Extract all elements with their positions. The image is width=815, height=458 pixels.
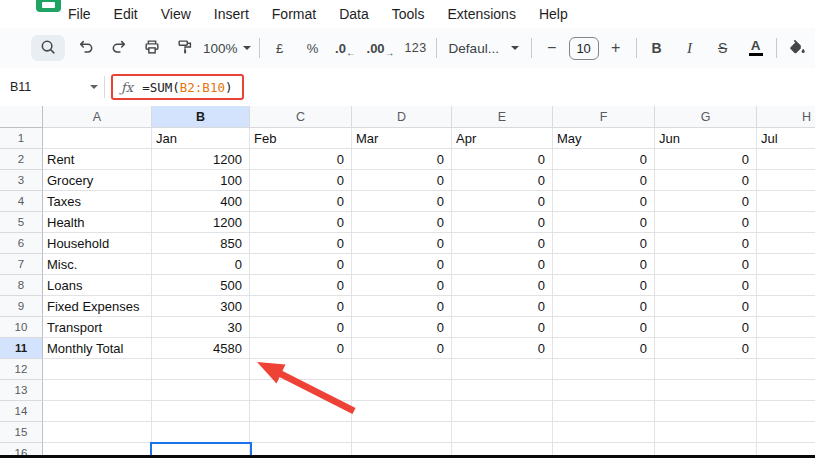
cell-C14[interactable] xyxy=(250,401,352,422)
menu-extensions[interactable]: Extensions xyxy=(443,4,519,24)
cell-F9[interactable]: 0 xyxy=(553,296,655,317)
cell-E4[interactable]: 0 xyxy=(452,191,553,212)
cell-B10[interactable]: 30 xyxy=(152,317,250,338)
cell-D8[interactable]: 0 xyxy=(352,275,452,296)
cell-G14[interactable] xyxy=(655,401,757,422)
cell-B12[interactable] xyxy=(152,359,250,380)
select-all-corner[interactable] xyxy=(0,106,43,128)
cell-D7[interactable]: 0 xyxy=(352,254,452,275)
fill-color-button[interactable] xyxy=(785,35,809,61)
col-header-D[interactable]: D xyxy=(352,106,452,128)
cell-D6[interactable]: 0 xyxy=(352,233,452,254)
strikethrough-button[interactable]: S xyxy=(711,35,735,61)
row-header-10[interactable]: 10 xyxy=(0,317,43,338)
cell-G3[interactable]: 0 xyxy=(655,170,757,191)
cell-G7[interactable]: 0 xyxy=(655,254,757,275)
cell-C12[interactable] xyxy=(250,359,352,380)
cell-B11[interactable]: 4580 xyxy=(152,338,250,359)
cell-E12[interactable] xyxy=(452,359,553,380)
currency-format-button[interactable]: £ xyxy=(268,35,292,61)
col-header-A[interactable]: A xyxy=(43,106,152,128)
row-header-13[interactable]: 13 xyxy=(0,380,43,401)
cell-C6[interactable]: 0 xyxy=(250,233,352,254)
cell-B13[interactable] xyxy=(152,380,250,401)
cell-B4[interactable]: 400 xyxy=(152,191,250,212)
menu-file[interactable]: File xyxy=(64,4,95,24)
menu-tools[interactable]: Tools xyxy=(388,4,429,24)
cell-H14[interactable] xyxy=(757,401,815,422)
cell-H3[interactable] xyxy=(757,170,815,191)
cell-A8[interactable]: Loans xyxy=(43,275,152,296)
cell-G12[interactable] xyxy=(655,359,757,380)
cell-H12[interactable] xyxy=(757,359,815,380)
zoom-select[interactable]: 100% xyxy=(203,35,251,61)
search-button[interactable] xyxy=(31,35,65,61)
cell-F14[interactable] xyxy=(553,401,655,422)
row-header-1[interactable]: 1 xyxy=(0,128,43,149)
cell-A4[interactable]: Taxes xyxy=(43,191,152,212)
cell-G9[interactable]: 0 xyxy=(655,296,757,317)
row-header-9[interactable]: 9 xyxy=(0,296,43,317)
increase-decimal-button[interactable]: .00→ xyxy=(367,35,395,61)
decrease-font-size-button[interactable]: − xyxy=(540,35,564,61)
cell-H7[interactable] xyxy=(757,254,815,275)
cell-E2[interactable]: 0 xyxy=(452,149,553,170)
cell-H9[interactable] xyxy=(757,296,815,317)
cell-F7[interactable]: 0 xyxy=(553,254,655,275)
cell-F6[interactable]: 0 xyxy=(553,233,655,254)
cell-A9[interactable]: Fixed Expenses xyxy=(43,296,152,317)
col-header-G[interactable]: G xyxy=(655,106,757,128)
cell-C5[interactable]: 0 xyxy=(250,212,352,233)
cell-E5[interactable]: 0 xyxy=(452,212,553,233)
cell-B6[interactable]: 850 xyxy=(152,233,250,254)
cell-F8[interactable]: 0 xyxy=(553,275,655,296)
cell-E9[interactable]: 0 xyxy=(452,296,553,317)
cell-G15[interactable] xyxy=(655,422,757,443)
font-size-field[interactable]: 10 xyxy=(569,37,599,60)
cell-B5[interactable]: 1200 xyxy=(152,212,250,233)
bold-button[interactable]: B xyxy=(645,35,669,61)
cell-E8[interactable]: 0 xyxy=(452,275,553,296)
menu-insert[interactable]: Insert xyxy=(210,4,253,24)
formula-input[interactable]: =SUM(B2:B10) xyxy=(142,80,232,95)
cell-E10[interactable]: 0 xyxy=(452,317,553,338)
cell-F3[interactable]: 0 xyxy=(553,170,655,191)
cell-H10[interactable] xyxy=(757,317,815,338)
cell-D15[interactable] xyxy=(352,422,452,443)
cell-C13[interactable] xyxy=(250,380,352,401)
row-header-11[interactable]: 11 xyxy=(0,338,43,359)
cell-D12[interactable] xyxy=(352,359,452,380)
cell-H15[interactable] xyxy=(757,422,815,443)
decrease-decimal-button[interactable]: .0← xyxy=(334,35,358,61)
cell-F15[interactable] xyxy=(553,422,655,443)
cell-D4[interactable]: 0 xyxy=(352,191,452,212)
cell-A11[interactable]: Monthly Total xyxy=(43,338,152,359)
cell-C4[interactable]: 0 xyxy=(250,191,352,212)
cell-C7[interactable]: 0 xyxy=(250,254,352,275)
cell-H1[interactable]: Jul xyxy=(757,128,815,149)
col-header-C[interactable]: C xyxy=(250,106,352,128)
cell-C10[interactable]: 0 xyxy=(250,317,352,338)
italic-button[interactable]: I xyxy=(678,35,702,61)
cell-G4[interactable]: 0 xyxy=(655,191,757,212)
cell-H13[interactable] xyxy=(757,380,815,401)
cell-B7[interactable]: 0 xyxy=(152,254,250,275)
cell-H6[interactable] xyxy=(757,233,815,254)
row-header-6[interactable]: 6 xyxy=(0,233,43,254)
cell-H11[interactable] xyxy=(757,338,815,359)
cell-H4[interactable] xyxy=(757,191,815,212)
cell-D10[interactable]: 0 xyxy=(352,317,452,338)
cell-D1[interactable]: Mar xyxy=(352,128,452,149)
row-header-8[interactable]: 8 xyxy=(0,275,43,296)
cell-A15[interactable] xyxy=(43,422,152,443)
row-header-12[interactable]: 12 xyxy=(0,359,43,380)
cell-B9[interactable]: 300 xyxy=(152,296,250,317)
cell-B15[interactable] xyxy=(152,422,250,443)
row-header-5[interactable]: 5 xyxy=(0,212,43,233)
cell-F5[interactable]: 0 xyxy=(553,212,655,233)
cell-E14[interactable] xyxy=(452,401,553,422)
menu-view[interactable]: View xyxy=(157,4,195,24)
menu-format[interactable]: Format xyxy=(268,4,320,24)
row-header-7[interactable]: 7 xyxy=(0,254,43,275)
row-header-2[interactable]: 2 xyxy=(0,149,43,170)
